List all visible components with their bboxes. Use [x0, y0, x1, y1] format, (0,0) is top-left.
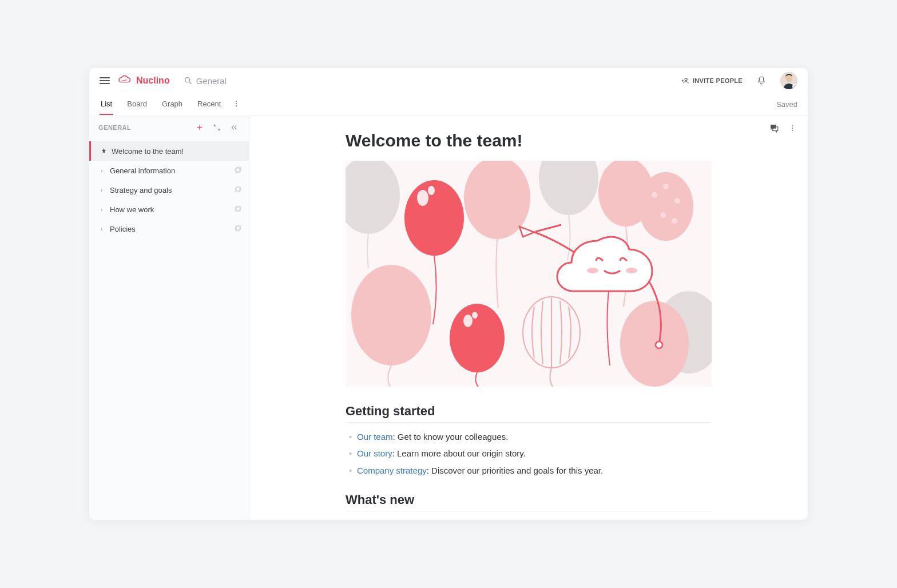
- chevron-right-icon: ›: [101, 206, 106, 213]
- collection-icon: [234, 205, 242, 214]
- link-company-strategy[interactable]: Company strategy: [357, 466, 427, 475]
- invite-icon: [681, 77, 689, 85]
- sidebar-header: GENERAL +: [89, 116, 249, 139]
- chevron-right-icon: ›: [101, 226, 106, 232]
- brand-logo[interactable]: Nuclino: [118, 75, 170, 86]
- app-window: Nuclino General INVITE PEOPLE List Board…: [89, 68, 808, 520]
- link-our-story[interactable]: Our story: [357, 448, 392, 458]
- svg-point-40: [463, 315, 473, 327]
- search-icon: [184, 76, 193, 85]
- add-item-button[interactable]: +: [194, 122, 205, 133]
- svg-point-18: [792, 125, 793, 126]
- svg-rect-16: [236, 225, 241, 230]
- page-title: Welcome to the team!: [346, 131, 712, 150]
- sidebar-item-policies[interactable]: › Policies: [89, 219, 249, 239]
- list-item-text: : Get to know your colleagues.: [393, 432, 509, 442]
- comments-icon[interactable]: [769, 123, 779, 136]
- getting-started-list: Our team: Get to know your colleagues. O…: [346, 428, 712, 479]
- link-our-team[interactable]: Our team: [357, 432, 393, 442]
- svg-rect-13: [235, 188, 240, 192]
- svg-point-34: [620, 301, 689, 387]
- svg-rect-17: [235, 227, 240, 231]
- tab-board[interactable]: Board: [126, 94, 148, 115]
- expand-icon[interactable]: [211, 122, 223, 133]
- document-more-icon[interactable]: [788, 124, 796, 134]
- document-body[interactable]: Welcome to the team!: [346, 116, 712, 520]
- sidebar-item-how-we-work[interactable]: › How we work: [89, 200, 249, 219]
- collection-icon: [234, 224, 242, 234]
- svg-point-41: [472, 312, 478, 319]
- svg-line-1: [189, 82, 191, 84]
- sidebar: GENERAL + Welcome to the team! ›: [89, 116, 249, 520]
- svg-rect-11: [235, 168, 240, 173]
- save-status: Saved: [776, 100, 797, 109]
- svg-rect-14: [236, 206, 241, 210]
- document-pane: Welcome to the team!: [249, 116, 808, 520]
- svg-point-33: [672, 218, 677, 224]
- svg-point-29: [652, 192, 657, 198]
- svg-point-32: [660, 212, 666, 218]
- list-item-text: : Discover our priorities and goals for …: [427, 466, 603, 475]
- svg-point-30: [663, 184, 669, 189]
- document-actions: [769, 123, 796, 136]
- svg-point-37: [417, 190, 428, 206]
- sidebar-heading: GENERAL: [98, 124, 188, 131]
- view-tabs: List Board Graph Recent Saved: [89, 93, 808, 116]
- cloud-logo-icon: [118, 75, 133, 86]
- invite-label: INVITE PEOPLE: [693, 77, 743, 84]
- svg-point-44: [656, 341, 662, 348]
- list-item: Our story: Learn more about our origin s…: [346, 445, 712, 462]
- search-button[interactable]: General: [184, 76, 227, 86]
- sidebar-item-label: Welcome to the team!: [112, 147, 184, 156]
- svg-point-9: [236, 105, 237, 106]
- sidebar-item-label: General information: [110, 166, 175, 175]
- menu-icon[interactable]: [100, 76, 110, 86]
- tab-recent[interactable]: Recent: [196, 94, 222, 115]
- hero-illustration: [346, 161, 712, 387]
- sidebar-item-welcome[interactable]: Welcome to the team!: [89, 141, 249, 161]
- search-placeholder: General: [196, 76, 227, 86]
- svg-point-20: [792, 130, 793, 131]
- svg-point-26: [351, 265, 431, 365]
- invite-people-button[interactable]: INVITE PEOPLE: [681, 77, 743, 85]
- svg-point-43: [626, 268, 637, 273]
- svg-point-19: [792, 128, 793, 129]
- svg-point-8: [236, 103, 237, 104]
- svg-rect-15: [235, 207, 240, 212]
- section-heading-getting-started: Getting started: [346, 404, 712, 423]
- sidebar-list: Welcome to the team! › General informati…: [89, 139, 249, 241]
- section-heading-whats-new: What's new: [346, 492, 712, 511]
- collection-icon: [234, 166, 242, 176]
- sidebar-item-label: How we work: [110, 205, 154, 214]
- tab-list[interactable]: List: [100, 94, 113, 115]
- tabs-more-icon[interactable]: [232, 100, 240, 109]
- svg-point-28: [638, 172, 693, 241]
- user-avatar[interactable]: [780, 72, 797, 89]
- content-area: GENERAL + Welcome to the team! ›: [89, 116, 808, 520]
- brand-name: Nuclino: [136, 76, 170, 86]
- svg-point-6: [786, 75, 792, 82]
- notifications-icon[interactable]: [756, 76, 767, 86]
- sidebar-item-label: Policies: [110, 225, 136, 233]
- svg-point-42: [587, 268, 598, 273]
- svg-point-0: [185, 78, 189, 82]
- sidebar-item-strategy[interactable]: › Strategy and goals: [89, 180, 249, 200]
- chevron-right-icon: ›: [101, 187, 106, 193]
- svg-point-2: [685, 78, 687, 81]
- svg-point-31: [674, 198, 680, 204]
- collapse-sidebar-icon[interactable]: [228, 122, 240, 133]
- svg-rect-10: [236, 167, 241, 172]
- svg-point-7: [236, 101, 237, 102]
- svg-rect-12: [236, 186, 241, 191]
- pin-icon: [101, 147, 107, 156]
- list-item: Company strategy: Discover our prioritie…: [346, 462, 712, 479]
- tab-graph[interactable]: Graph: [161, 94, 184, 115]
- svg-point-38: [428, 186, 435, 195]
- list-item-text: : Learn more about our origin story.: [392, 448, 526, 458]
- chevron-right-icon: ›: [101, 168, 106, 174]
- sidebar-item-general-info[interactable]: › General information: [89, 161, 249, 180]
- topbar: Nuclino General INVITE PEOPLE: [89, 68, 808, 93]
- sidebar-item-label: Strategy and goals: [110, 186, 172, 194]
- list-item: Our team: Get to know your colleagues.: [346, 428, 712, 445]
- collection-icon: [234, 185, 242, 195]
